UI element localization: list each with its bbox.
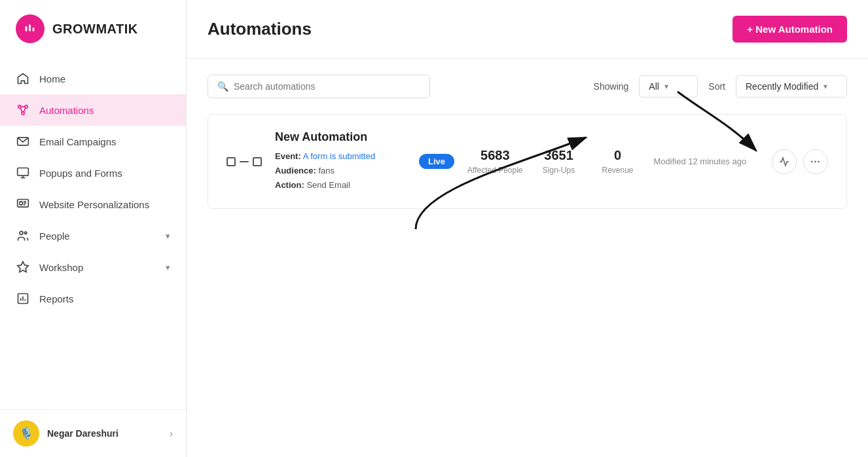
svg-point-19 (25, 232, 27, 234)
user-name: Negar Dareshuri (47, 428, 162, 439)
audience-value: fans (318, 166, 335, 175)
search-icon: 🔍 (217, 81, 228, 92)
main-content: Automations + New Automation 🔍 Showing A… (187, 0, 868, 457)
stat-sign-ups: 3651 Sign-Ups (536, 148, 582, 175)
logo-icon (16, 14, 45, 43)
ellipsis-icon: ··· (810, 156, 821, 167)
stat2-number: 3651 (544, 148, 573, 163)
svg-point-18 (20, 231, 23, 234)
chevron-down-icon: ▾ (664, 82, 668, 91)
status-badge: Live (419, 154, 454, 169)
sidebar-item-reports[interactable]: Reports (0, 283, 186, 314)
sidebar-nav: Home Automations (0, 58, 186, 409)
action-row: Action: Send Email (275, 180, 350, 190)
action-value: Send Email (306, 180, 350, 190)
svg-line-7 (20, 108, 22, 113)
event-label: Event: A form is submitted (275, 151, 375, 161)
stat1-label: Affected People (467, 166, 523, 175)
flow-box-right (253, 157, 262, 166)
automation-card: New Automation Event: A form is submitte… (208, 114, 847, 209)
svg-rect-1 (29, 25, 31, 31)
new-automation-button[interactable]: + New Automation (732, 16, 847, 43)
stat3-label: Revenue (602, 166, 634, 175)
automations-icon (16, 103, 30, 117)
svg-rect-0 (26, 26, 27, 31)
more-options-button[interactable]: ··· (803, 149, 828, 174)
sidebar-label-email: Email Campaigns (39, 136, 117, 147)
automation-meta: Event: A form is submitted Audience: fan… (275, 149, 406, 192)
sidebar-label-workshop: Workshop (39, 262, 83, 273)
email-icon (16, 134, 30, 149)
sort-value: Recently Modified (746, 81, 818, 92)
profile-chevron-icon: › (170, 428, 173, 439)
showing-select[interactable]: All ▾ (639, 75, 698, 98)
workshop-icon (16, 260, 30, 274)
home-icon (16, 71, 30, 86)
user-profile[interactable]: 🎙️ Negar Dareshuri › (0, 409, 186, 457)
svg-line-8 (24, 108, 26, 113)
automation-info: New Automation Event: A form is submitte… (275, 130, 406, 192)
app-name: GROWMATIK (52, 22, 138, 37)
sidebar-item-automations[interactable]: Automations (0, 94, 186, 126)
svg-rect-10 (18, 168, 29, 176)
stat2-label: Sign-Ups (543, 166, 575, 175)
card-actions: ··· (772, 149, 828, 174)
modified-timestamp: Modified 12 minutes ago (654, 156, 747, 166)
search-input[interactable] (234, 81, 420, 92)
stat1-number: 5683 (480, 148, 510, 163)
sidebar-item-website-personalizations[interactable]: Website Personalizations (0, 189, 186, 220)
page-title: Automations (208, 19, 312, 39)
sidebar-label-people: People (39, 230, 70, 242)
sidebar-label-web: Website Personalizations (39, 199, 149, 210)
event-value[interactable]: A form is submitted (303, 151, 376, 161)
showing-label: Showing (594, 81, 629, 92)
toolbar: 🔍 Showing All ▾ Sort Recently Modified ▾ (208, 75, 847, 98)
search-box[interactable]: 🔍 (208, 75, 430, 98)
reports-icon (16, 291, 30, 306)
svg-rect-2 (33, 27, 35, 31)
people-icon (16, 228, 30, 243)
chevron-down-icon: ▾ (166, 231, 170, 241)
chevron-down-icon: ▾ (166, 263, 170, 272)
stat-revenue: 0 Revenue (595, 148, 641, 175)
sidebar-item-people[interactable]: People ▾ (0, 220, 186, 251)
stat3-number: 0 (614, 148, 621, 163)
logo-area: GROWMATIK (0, 0, 186, 58)
stat-affected-people: 5683 Affected People (467, 148, 523, 175)
flow-line (240, 161, 249, 162)
main-panel: Automations + New Automation 🔍 Showing A… (187, 0, 868, 457)
sidebar-item-workshop[interactable]: Workshop ▾ (0, 251, 186, 283)
showing-value: All (649, 81, 659, 92)
flow-box-left (226, 157, 236, 166)
automation-name: New Automation (275, 130, 406, 144)
sort-select[interactable]: Recently Modified ▾ (736, 75, 847, 98)
sidebar-item-email-campaigns[interactable]: Email Campaigns (0, 126, 186, 157)
sidebar-label-reports: Reports (39, 293, 74, 304)
main-body: 🔍 Showing All ▾ Sort Recently Modified ▾ (187, 59, 868, 457)
sidebar-label-home: Home (39, 73, 65, 84)
audience-row: Audience: fans (275, 166, 335, 175)
sidebar-label-popups: Popups and Forms (39, 168, 122, 179)
automation-flow-icon (226, 157, 262, 166)
avatar: 🎙️ (13, 420, 39, 447)
sidebar: GROWMATIK Home (0, 0, 187, 457)
sidebar-item-home[interactable]: Home (0, 63, 186, 94)
svg-marker-20 (18, 262, 29, 272)
analytics-button[interactable] (772, 149, 797, 174)
chevron-down-icon: ▾ (823, 82, 827, 91)
avatar-emoji: 🎙️ (19, 426, 33, 441)
sort-label: Sort (708, 81, 725, 92)
svg-rect-14 (20, 202, 22, 205)
web-icon (16, 197, 30, 211)
sidebar-item-popups-forms[interactable]: Popups and Forms (0, 157, 186, 189)
page-header: Automations + New Automation (187, 0, 868, 59)
sidebar-label-automations: Automations (39, 105, 94, 116)
popups-icon (16, 166, 30, 180)
